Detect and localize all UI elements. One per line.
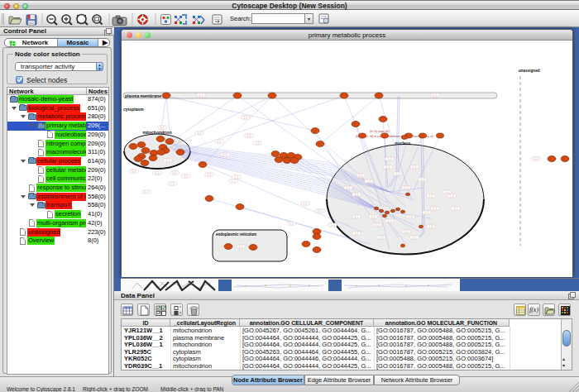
svg-text:(...): (...) [355, 215, 359, 218]
svg-text:(...): (...) [208, 173, 212, 176]
svg-text:(...): (...) [160, 126, 165, 129]
svg-text:(...): (...) [304, 202, 308, 205]
svg-text:(...): (...) [244, 116, 248, 119]
svg-text:(...): (...) [223, 153, 227, 156]
svg-text:(...): (...) [380, 236, 384, 239]
svg-text:(...): (...) [235, 175, 239, 179]
svg-text:mitochondrion: mitochondrion [143, 130, 172, 135]
svg-text:(...): (...) [218, 140, 222, 143]
svg-text:(...): (...) [386, 165, 390, 169]
svg-text:(...): (...) [145, 190, 149, 194]
svg-text:(...): (...) [425, 211, 429, 214]
svg-text:(...): (...) [409, 215, 413, 218]
svg-text:(...): (...) [450, 194, 454, 198]
svg-text:(...): (...) [156, 171, 160, 174]
svg-text:(...): (...) [331, 223, 335, 227]
svg-text:(...): (...) [454, 207, 458, 210]
svg-text:plasma membrane: plasma membrane [125, 93, 161, 98]
svg-text:(...): (...) [413, 165, 417, 169]
svg-text:(...): (...) [173, 171, 177, 174]
svg-text:nucleus: nucleus [395, 141, 411, 146]
svg-text:(...): (...) [170, 182, 175, 185]
svg-text:unassigned: unassigned [519, 69, 540, 73]
svg-text:(...): (...) [388, 219, 392, 222]
svg-text:(...): (...) [371, 215, 376, 218]
svg-text:(...): (...) [421, 178, 425, 181]
svg-text:(...): (...) [413, 236, 417, 239]
svg-text:(...): (...) [132, 170, 136, 173]
svg-text:endoplasmic reticulum: endoplasmic reticulum [216, 232, 256, 237]
svg-text:(...): (...) [232, 179, 236, 183]
svg-text:(...): (...) [376, 223, 380, 227]
svg-text:(...): (...) [199, 93, 203, 97]
svg-text:(...): (...) [404, 230, 409, 233]
svg-text:(...): (...) [355, 193, 359, 196]
svg-text:(...): (...) [166, 159, 170, 162]
svg-text:(...): (...) [433, 93, 438, 97]
svg-text:(...): (...) [355, 232, 359, 235]
svg-text:(...): (...) [388, 157, 392, 160]
svg-text:(...): (...) [256, 141, 260, 145]
svg-text:(...): (...) [367, 179, 371, 183]
svg-text:(...): (...) [396, 172, 400, 175]
svg-text:(...): (...) [429, 225, 433, 228]
svg-text:(...): (...) [239, 245, 243, 248]
svg-text:(...): (...) [290, 222, 294, 225]
svg-text:(...): (...) [534, 157, 538, 160]
svg-text:(...): (...) [198, 131, 202, 135]
svg-text:(...): (...) [404, 186, 409, 189]
svg-text:cytoplasm: cytoplasm [123, 107, 144, 112]
svg-text:(...): (...) [446, 190, 450, 194]
svg-text:(...): (...) [318, 209, 323, 213]
svg-text:(...): (...) [247, 134, 251, 137]
svg-text:(nt..le) (orga..lle): (nt..le) (orga..lle) [370, 130, 389, 133]
svg-text:(...): (...) [347, 186, 351, 189]
svg-text:(...): (...) [184, 174, 189, 178]
svg-text:(...): (...) [359, 174, 363, 177]
svg-text:(...): (...) [433, 207, 438, 210]
svg-text:(...): (...) [429, 194, 433, 198]
